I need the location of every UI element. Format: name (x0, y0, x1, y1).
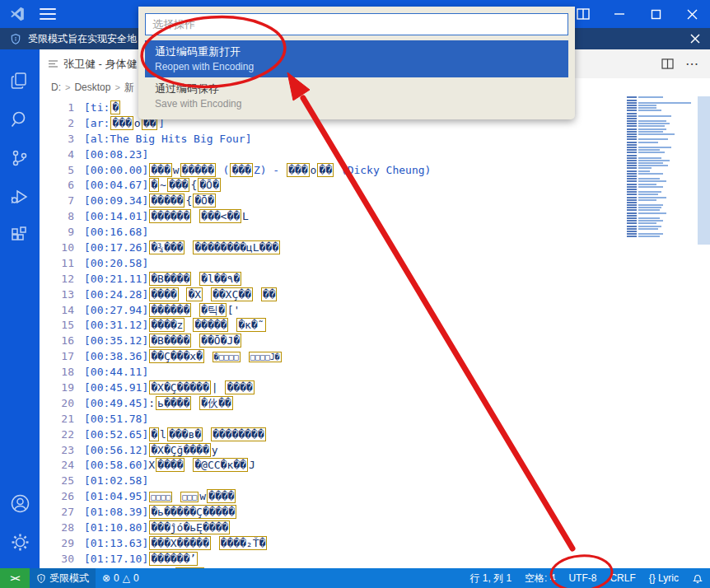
code-line[interactable]: 14[00:27.94]������ �틱�[' (40, 303, 710, 319)
minimap-line (627, 209, 696, 211)
code-line[interactable]: 6[00:04.67]�~���{�Ō� (40, 178, 710, 194)
problems-item[interactable]: ⊗ 0 △ 0 (96, 568, 146, 588)
split-editor-icon[interactable] (661, 58, 674, 69)
code-line[interactable]: 7[00:09.34]�����{�Ō� (40, 194, 710, 209)
code-line[interactable]: 15[00:31.12]����z ����� �κ�˜ (40, 318, 710, 334)
remote-indicator[interactable]: >< (0, 568, 30, 588)
quick-pick-item-label-en: Reopen with Encoding (155, 61, 558, 72)
extensions-icon[interactable] (0, 216, 40, 254)
banner-close-icon[interactable] (690, 34, 700, 44)
restricted-mode-item[interactable]: 受限模式 (30, 568, 96, 588)
breadcrumb-drive[interactable]: D: (51, 82, 61, 93)
breadcrumb-folder[interactable]: 新 (124, 81, 134, 95)
close-button[interactable] (674, 0, 710, 28)
minimap-line (627, 162, 696, 164)
language-mode-item[interactable]: {} Lyric (642, 568, 685, 588)
account-icon[interactable] (0, 484, 40, 523)
code-line[interactable]: 19[00:45.91]�X�Ç�����| ���� (40, 380, 710, 396)
minimap-line (627, 186, 696, 188)
minimap-line (627, 199, 696, 201)
line-number: 4 (40, 147, 74, 163)
code-line[interactable]: 3[al:The Big Hits Big Four] (40, 132, 710, 147)
chevron-right-icon: > (65, 82, 70, 92)
line-number: 6 (40, 178, 74, 194)
code-line[interactable]: 10[00:17.26]�¾��� ��������цL��� (40, 240, 710, 256)
source-control-icon[interactable] (0, 138, 40, 177)
settings-gear-icon[interactable] (0, 523, 40, 562)
editor-lines: 1[ti:�2[ar:���o��]3[al:The Big Hits Big … (40, 96, 710, 568)
code-line[interactable]: 21[00:51.78] (40, 412, 710, 427)
breadcrumb-desktop[interactable]: Desktop (74, 82, 110, 93)
code-line[interactable]: 26[01:04.95]□□□□ □□□w���� (40, 489, 710, 505)
minimap-line (627, 110, 696, 111)
code-line[interactable]: 4[00:08.23] (40, 147, 710, 163)
editor[interactable]: 1[ti:�2[ar:���o��]3[al:The Big Hits Big … (40, 96, 710, 568)
quick-pick-item-reopen[interactable]: 通过编码重新打开 Reopen with Encoding (145, 40, 568, 77)
code-line[interactable]: 18[00:44.11] (40, 365, 710, 380)
line-number: 21 (40, 412, 74, 427)
encoding-item[interactable]: UTF-8 (562, 568, 603, 588)
line-number: 10 (40, 240, 74, 256)
minimap-line (627, 236, 696, 237)
line-number: 14 (40, 303, 74, 319)
notifications-bell-icon[interactable] (685, 568, 710, 588)
line-number: 3 (40, 132, 74, 147)
code-line[interactable]: 11[00:20.58] (40, 256, 710, 272)
code-line[interactable]: 22[00:52.65]�l���в� �������� (40, 427, 710, 443)
code-line[interactable]: 12[00:21.11]�B���� �l��٩� (40, 272, 710, 287)
run-debug-icon[interactable] (0, 177, 40, 216)
code-line[interactable]: 31[01:20.46]□□□ ���� (40, 567, 710, 568)
code-line[interactable]: 24[00:58.60]X���� �@CC�κ��J (40, 458, 710, 474)
minimap-line (627, 184, 696, 185)
line-number: 27 (40, 505, 74, 520)
code-line[interactable]: 16[00:35.12]�B���� ��Ō�J� (40, 334, 710, 349)
quick-pick: 通过编码重新打开 Reopen with Encoding 通过编码保存 Sav… (138, 7, 575, 119)
code-line[interactable]: 25[01:02.58] (40, 474, 710, 489)
more-actions-icon[interactable]: ⋯ (685, 56, 698, 72)
search-icon[interactable] (0, 100, 40, 138)
maximize-button[interactable] (638, 0, 674, 28)
quick-pick-input[interactable] (145, 13, 568, 35)
code-line[interactable]: 30[01:17.10]������’ (40, 552, 710, 567)
vscode-logo-icon[interactable] (8, 5, 26, 23)
cursor-position-item[interactable]: 行 1, 列 1 (463, 568, 518, 588)
menu-icon[interactable] (40, 8, 56, 20)
minimap-line (627, 175, 696, 177)
code-line[interactable]: 9[00:16.68] (40, 225, 710, 240)
line-number: 18 (40, 365, 74, 380)
quick-pick-item-label-en: Save with Encoding (155, 98, 558, 110)
line-number: 16 (40, 334, 74, 349)
minimap-line (627, 170, 696, 172)
explorer-icon[interactable] (0, 61, 40, 100)
code-line[interactable]: 20[00:49.45]:ь���� �伙�� (40, 396, 710, 412)
code-line[interactable]: 5[00:00.00]���w����� (���Z) - ���o�� (Di… (40, 163, 710, 179)
minimap-line (627, 212, 696, 214)
scrollbar[interactable] (698, 96, 710, 245)
line-number: 29 (40, 536, 74, 552)
minimap-line (627, 215, 696, 217)
tab-lyric-file[interactable]: 张卫健 - 身体健 (40, 49, 150, 78)
minimap[interactable] (627, 96, 696, 237)
minimize-button[interactable] (601, 0, 638, 28)
minimap-line (627, 149, 696, 151)
minimap-line (627, 125, 696, 127)
minimap-line (627, 96, 696, 98)
minimap-line (627, 189, 696, 190)
indentation-item[interactable]: 空格: 4 (518, 568, 562, 588)
minimap-line (627, 118, 696, 119)
minimap-line (627, 202, 696, 203)
code-line[interactable]: 8[00:14.01]������ ���<��L (40, 209, 710, 225)
file-icon (48, 58, 58, 69)
code-line[interactable]: 13[00:24.28]���� �X ��XÇ�� �� (40, 287, 710, 303)
code-line[interactable]: 29[01:13.63]���X����� ����₂Ť� (40, 536, 710, 552)
code-line[interactable]: 28[01:10.80]���ĵó�ьĘ���� (40, 520, 710, 536)
minimap-line (627, 222, 696, 224)
eol-item[interactable]: CRLF (603, 568, 642, 588)
minimap-line (627, 133, 696, 135)
minimap-line (627, 220, 696, 222)
code-line[interactable]: 27[01:08.39]�ь�����Ç����� (40, 505, 710, 520)
code-line[interactable]: 23[00:56.12]�X�Çğ����y (40, 443, 710, 459)
code-line[interactable]: 17[00:38.36]��Ç���x� �□□□□ □□□□J� (40, 349, 710, 365)
quick-pick-item-save[interactable]: 通过编码保存 Save with Encoding (145, 77, 568, 114)
vscode-window: 受限模式旨在实现安全地 (0, 0, 710, 588)
